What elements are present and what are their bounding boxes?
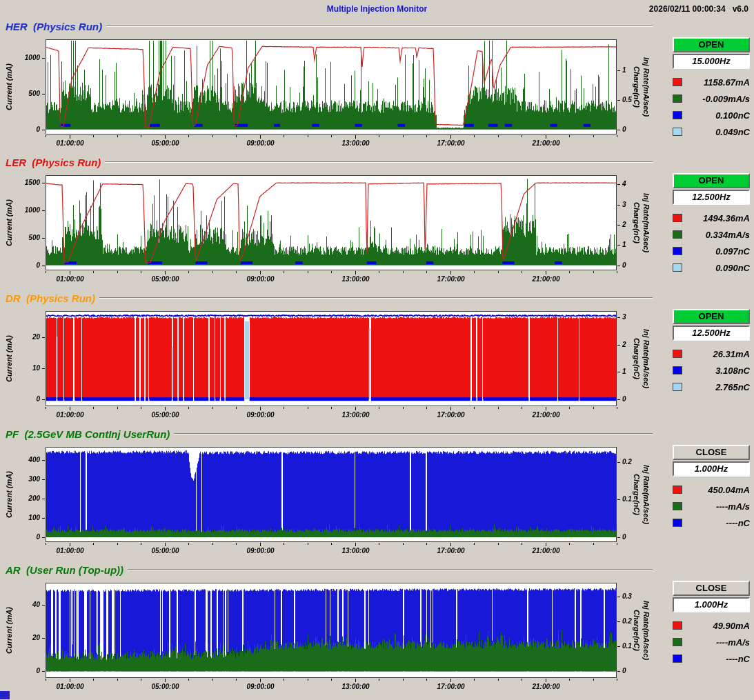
her-readouts: 1158.67mA -0.009mA/s 0.100nC 0.049nC (673, 75, 750, 139)
ar-injection-frequency: 1.000Hz (673, 597, 750, 612)
dr-chart-area: DR (Physics Run) (0, 290, 654, 426)
pf-injection-frequency: 1.000Hz (673, 461, 750, 477)
readout-value: 450.04mA (682, 485, 750, 495)
readout-row: ----mA/s (673, 635, 750, 649)
panel-dr: DR (Physics Run) OPEN 12.500Hz 26.31mA 3… (0, 290, 754, 426)
version-label: v6.0 (733, 4, 748, 14)
app-title: Multiple Injection Monitor (0, 4, 754, 14)
current-swatch-icon (673, 350, 682, 358)
current-swatch-icon (673, 621, 682, 630)
readout-value: ----mA/s (682, 637, 750, 648)
readout-value: 0.049nC (682, 127, 750, 137)
panel-ler: LER (Physics Run) OPEN 12.500Hz 1494.36m… (0, 154, 754, 290)
readout-value: 1158.67mA (682, 77, 750, 88)
current-rate-swatch-icon (673, 502, 682, 510)
readout-row: 450.04mA (673, 483, 750, 497)
pf-readouts: 450.04mA ----mA/s ----nC (673, 483, 750, 530)
ar-shutter-status-button[interactable]: CLOSE (673, 581, 750, 596)
dr-readouts: 26.31mA 3.108nC 2.765nC (673, 347, 750, 394)
current-rate-swatch-icon (673, 94, 682, 103)
divider-line (105, 161, 653, 163)
charge-swatch-icon (673, 247, 682, 255)
dr-strip-chart (0, 306, 654, 423)
readout-value: ----mA/s (682, 501, 750, 512)
her-panel-title: HER (Physics Run) (6, 21, 102, 32)
readout-value: 0.090nC (682, 263, 750, 273)
readout-row: 0.334mA/s (673, 228, 750, 241)
pf-shutter-status-button[interactable]: CLOSE (673, 445, 750, 460)
her-chart-area: HER (Physics Run) (0, 18, 654, 154)
pf-chart-area: PF (2.5GeV MB ContInj UserRun) (0, 426, 654, 561)
divider-line (99, 297, 653, 299)
ler-readouts: 1494.36mA 0.334mA/s 0.097nC 0.090nC (673, 211, 750, 274)
divider-line (128, 569, 653, 570)
readout-row: 0.100nC (673, 108, 750, 122)
charge-swatch-icon (673, 519, 682, 527)
ar-side-panel: CLOSE 1.000Hz 49.90mA ----mA/s ----nC (654, 561, 754, 697)
ler-shutter-status-button[interactable]: OPEN (673, 173, 750, 188)
corner-grip[interactable] (0, 691, 10, 699)
readout-row: 1494.36mA (673, 211, 750, 225)
dr-shutter-status-button[interactable]: OPEN (673, 309, 750, 324)
readout-row: ----nC (673, 516, 750, 530)
datetime-label: 2026/02/11 00:00:34 (649, 4, 726, 14)
her-shutter-status-button[interactable]: OPEN (673, 37, 750, 52)
app-header: Multiple Injection Monitor 2026/02/11 00… (0, 0, 754, 18)
readout-row: -0.009mA/s (673, 92, 750, 106)
divider-line (174, 433, 653, 434)
charge2-swatch-icon (673, 383, 682, 391)
divider-line (106, 26, 653, 27)
pf-panel-title: PF (2.5GeV MB ContInj UserRun) (6, 428, 170, 440)
readout-row: ----mA/s (673, 499, 750, 513)
readout-value: 0.334mA/s (682, 230, 750, 240)
ler-panel-header: LER (Physics Run) (0, 154, 654, 170)
current-swatch-icon (673, 78, 682, 86)
panel-her: HER (Physics Run) OPEN 15.000Hz 1158.67m… (0, 18, 754, 154)
current-rate-swatch-icon (673, 230, 682, 239)
charge-swatch-icon (673, 654, 682, 663)
ar-chart-area: AR (User Run (Top-up)) (0, 561, 654, 697)
dr-panel-header: DR (Physics Run) (0, 290, 654, 306)
readout-value: -0.009mA/s (682, 94, 750, 104)
ar-panel-header: AR (User Run (Top-up)) (0, 561, 654, 578)
ler-panel-title: LER (Physics Run) (6, 157, 101, 168)
readout-value: ----nC (682, 518, 750, 528)
readout-value: 2.765nC (682, 382, 750, 392)
pf-strip-chart (0, 442, 654, 559)
ler-side-panel: OPEN 12.500Hz 1494.36mA 0.334mA/s 0.097n… (654, 154, 754, 290)
charge-swatch-icon (673, 111, 682, 119)
readout-value: 1494.36mA (682, 213, 750, 223)
readout-row: 0.049nC (673, 125, 750, 139)
readout-row: 26.31mA (673, 347, 750, 361)
charge-swatch-icon (673, 366, 682, 374)
readout-row: ----nC (673, 652, 750, 666)
ler-strip-chart (0, 170, 654, 288)
dr-injection-frequency: 12.500Hz (673, 326, 750, 341)
readout-row: 1158.67mA (673, 75, 750, 89)
her-strip-chart (0, 34, 654, 152)
readout-value: ----nC (682, 654, 750, 664)
dr-panel-title: DR (Physics Run) (6, 292, 95, 304)
panel-ar: AR (User Run (Top-up)) CLOSE 1.000Hz 49.… (0, 561, 754, 697)
her-injection-frequency: 15.000Hz (673, 54, 750, 69)
pf-panel-header: PF (2.5GeV MB ContInj UserRun) (0, 426, 654, 442)
ar-readouts: 49.90mA ----mA/s ----nC (673, 619, 750, 666)
readout-value: 26.31mA (682, 349, 750, 359)
dr-side-panel: OPEN 12.500Hz 26.31mA 3.108nC 2.765nC (654, 290, 754, 426)
current-swatch-icon (673, 486, 682, 494)
readout-value: 0.097nC (682, 246, 750, 257)
her-side-panel: OPEN 15.000Hz 1158.67mA -0.009mA/s 0.100… (654, 18, 754, 154)
ler-injection-frequency: 12.500Hz (673, 190, 750, 205)
readout-row: 2.765nC (673, 380, 750, 394)
her-panel-header: HER (Physics Run) (0, 18, 654, 34)
current-swatch-icon (673, 214, 682, 222)
ler-chart-area: LER (Physics Run) (0, 154, 654, 290)
panel-pf: PF (2.5GeV MB ContInj UserRun) CLOSE 1.0… (0, 426, 754, 561)
readout-row: 0.090nC (673, 261, 750, 274)
pf-side-panel: CLOSE 1.000Hz 450.04mA ----mA/s ----nC (654, 426, 754, 561)
readout-row: 3.108nC (673, 363, 750, 377)
readout-value: 3.108nC (682, 366, 750, 376)
readout-value: 0.100nC (682, 110, 750, 121)
charge2-swatch-icon (673, 128, 682, 136)
ar-panel-title: AR (User Run (Top-up)) (6, 564, 123, 576)
